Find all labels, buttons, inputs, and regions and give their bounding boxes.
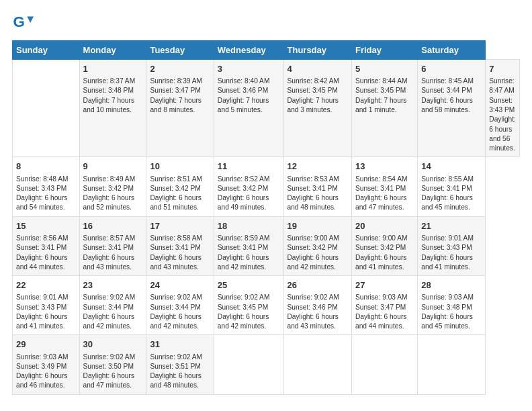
cell-content: Sunrise: 9:03 AMSunset: 3:47 PMDaylight:… <box>355 293 414 331</box>
calendar-week-row: 1Sunrise: 8:37 AMSunset: 3:48 PMDaylight… <box>13 60 520 157</box>
calendar-cell: 1Sunrise: 8:37 AMSunset: 3:48 PMDaylight… <box>79 60 146 157</box>
calendar-cell: 5Sunrise: 8:44 AMSunset: 3:45 PMDaylight… <box>351 60 417 157</box>
calendar-cell: 27Sunrise: 9:03 AMSunset: 3:47 PMDayligh… <box>351 276 417 335</box>
day-number: 13 <box>355 161 414 173</box>
day-number: 16 <box>83 220 143 232</box>
cell-content: Sunrise: 8:57 AMSunset: 3:41 PMDaylight:… <box>83 234 143 272</box>
day-number: 28 <box>421 279 482 291</box>
day-number: 22 <box>16 279 76 291</box>
calendar-cell: 20Sunrise: 9:00 AMSunset: 3:42 PMDayligh… <box>351 216 417 275</box>
cell-content: Sunrise: 8:44 AMSunset: 3:45 PMDaylight:… <box>355 77 414 115</box>
day-number: 10 <box>150 161 210 173</box>
cell-content: Sunrise: 9:02 AMSunset: 3:51 PMDaylight:… <box>150 353 210 391</box>
calendar-cell: 23Sunrise: 9:02 AMSunset: 3:44 PMDayligh… <box>79 276 146 335</box>
day-number: 5 <box>355 63 414 75</box>
calendar-cell: 7Sunrise: 8:47 AMSunset: 3:43 PMDaylight… <box>486 60 520 157</box>
day-number: 15 <box>16 220 76 232</box>
day-number: 3 <box>218 63 280 75</box>
day-number: 9 <box>83 161 143 173</box>
col-header-tuesday: Tuesday <box>146 41 214 60</box>
logo: G <box>12 12 36 34</box>
cell-content: Sunrise: 8:45 AMSunset: 3:44 PMDaylight:… <box>421 77 482 115</box>
cell-content: Sunrise: 8:52 AMSunset: 3:42 PMDaylight:… <box>218 175 280 213</box>
calendar-cell <box>283 335 351 394</box>
calendar-cell: 18Sunrise: 8:59 AMSunset: 3:41 PMDayligh… <box>214 216 283 275</box>
day-number: 29 <box>16 338 76 351</box>
cell-content: Sunrise: 8:56 AMSunset: 3:41 PMDaylight:… <box>16 234 76 272</box>
day-number: 23 <box>83 279 143 291</box>
cell-content: Sunrise: 8:42 AMSunset: 3:45 PMDaylight:… <box>287 77 348 115</box>
cell-content: Sunrise: 9:00 AMSunset: 3:42 PMDaylight:… <box>355 234 414 272</box>
day-number: 2 <box>150 63 210 75</box>
calendar-week-row: 29Sunrise: 9:03 AMSunset: 3:49 PMDayligh… <box>13 335 520 394</box>
cell-content: Sunrise: 9:02 AMSunset: 3:44 PMDaylight:… <box>83 293 143 331</box>
col-header-thursday: Thursday <box>283 41 351 60</box>
calendar-cell: 16Sunrise: 8:57 AMSunset: 3:41 PMDayligh… <box>79 216 146 275</box>
main-container: G SundayMondayTuesdayWednesdayThursdayFr… <box>0 0 532 403</box>
cell-content: Sunrise: 9:00 AMSunset: 3:42 PMDaylight:… <box>287 234 348 272</box>
calendar-header-row: SundayMondayTuesdayWednesdayThursdayFrid… <box>13 41 520 60</box>
cell-content: Sunrise: 8:53 AMSunset: 3:41 PMDaylight:… <box>287 175 348 213</box>
cell-content: Sunrise: 8:55 AMSunset: 3:41 PMDaylight:… <box>421 175 482 213</box>
day-number: 30 <box>83 338 143 351</box>
day-number: 6 <box>421 63 482 75</box>
day-number: 14 <box>421 161 482 173</box>
cell-content: Sunrise: 8:59 AMSunset: 3:41 PMDaylight:… <box>218 234 280 272</box>
cell-content: Sunrise: 8:48 AMSunset: 3:43 PMDaylight:… <box>16 175 76 213</box>
calendar-cell <box>418 335 486 394</box>
calendar-table: SundayMondayTuesdayWednesdayThursdayFrid… <box>12 40 520 395</box>
cell-content: Sunrise: 8:40 AMSunset: 3:46 PMDaylight:… <box>218 77 280 115</box>
calendar-cell: 6Sunrise: 8:45 AMSunset: 3:44 PMDaylight… <box>418 60 486 157</box>
calendar-cell <box>214 335 283 394</box>
calendar-cell: 2Sunrise: 8:39 AMSunset: 3:47 PMDaylight… <box>146 60 214 157</box>
calendar-cell: 29Sunrise: 9:03 AMSunset: 3:49 PMDayligh… <box>13 335 80 394</box>
calendar-cell: 8Sunrise: 8:48 AMSunset: 3:43 PMDaylight… <box>13 157 80 216</box>
calendar-cell: 28Sunrise: 9:03 AMSunset: 3:48 PMDayligh… <box>418 276 486 335</box>
col-header-monday: Monday <box>79 41 146 60</box>
calendar-cell: 15Sunrise: 8:56 AMSunset: 3:41 PMDayligh… <box>13 216 80 275</box>
day-number: 18 <box>218 220 280 232</box>
calendar-cell: 19Sunrise: 9:00 AMSunset: 3:42 PMDayligh… <box>283 216 351 275</box>
cell-content: Sunrise: 9:03 AMSunset: 3:49 PMDaylight:… <box>16 353 76 391</box>
calendar-cell: 25Sunrise: 9:02 AMSunset: 3:45 PMDayligh… <box>214 276 283 335</box>
cell-content: Sunrise: 8:58 AMSunset: 3:41 PMDaylight:… <box>150 234 210 272</box>
calendar-cell: 13Sunrise: 8:54 AMSunset: 3:41 PMDayligh… <box>351 157 417 216</box>
cell-content: Sunrise: 8:54 AMSunset: 3:41 PMDaylight:… <box>355 175 414 213</box>
header: G <box>12 12 520 34</box>
calendar-cell: 24Sunrise: 9:02 AMSunset: 3:44 PMDayligh… <box>146 276 214 335</box>
calendar-cell <box>351 335 417 394</box>
calendar-cell: 14Sunrise: 8:55 AMSunset: 3:41 PMDayligh… <box>418 157 486 216</box>
calendar-week-row: 8Sunrise: 8:48 AMSunset: 3:43 PMDaylight… <box>13 157 520 216</box>
calendar-cell: 31Sunrise: 9:02 AMSunset: 3:51 PMDayligh… <box>146 335 214 394</box>
cell-content: Sunrise: 9:02 AMSunset: 3:50 PMDaylight:… <box>83 353 143 391</box>
logo-icon: G <box>12 12 34 34</box>
col-header-wednesday: Wednesday <box>214 41 283 60</box>
calendar-cell <box>13 60 80 157</box>
day-number: 27 <box>355 279 414 291</box>
cell-content: Sunrise: 9:02 AMSunset: 3:45 PMDaylight:… <box>218 293 280 331</box>
day-number: 17 <box>150 220 210 232</box>
cell-content: Sunrise: 8:49 AMSunset: 3:42 PMDaylight:… <box>83 175 143 213</box>
cell-content: Sunrise: 9:01 AMSunset: 3:43 PMDaylight:… <box>16 293 76 331</box>
cell-content: Sunrise: 8:39 AMSunset: 3:47 PMDaylight:… <box>150 77 210 115</box>
calendar-cell: 3Sunrise: 8:40 AMSunset: 3:46 PMDaylight… <box>214 60 283 157</box>
calendar-cell: 22Sunrise: 9:01 AMSunset: 3:43 PMDayligh… <box>13 276 80 335</box>
cell-content: Sunrise: 9:01 AMSunset: 3:43 PMDaylight:… <box>421 234 482 272</box>
cell-content: Sunrise: 8:47 AMSunset: 3:43 PMDaylight:… <box>489 77 516 153</box>
calendar-cell: 9Sunrise: 8:49 AMSunset: 3:42 PMDaylight… <box>79 157 146 216</box>
calendar-cell: 30Sunrise: 9:02 AMSunset: 3:50 PMDayligh… <box>79 335 146 394</box>
day-number: 7 <box>489 63 516 75</box>
day-number: 21 <box>421 220 482 232</box>
day-number: 4 <box>287 63 348 75</box>
day-number: 25 <box>218 279 280 291</box>
day-number: 1 <box>83 63 143 75</box>
calendar-cell: 11Sunrise: 8:52 AMSunset: 3:42 PMDayligh… <box>214 157 283 216</box>
svg-marker-1 <box>27 16 34 23</box>
cell-content: Sunrise: 9:02 AMSunset: 3:44 PMDaylight:… <box>150 293 210 331</box>
day-number: 20 <box>355 220 414 232</box>
calendar-week-row: 22Sunrise: 9:01 AMSunset: 3:43 PMDayligh… <box>13 276 520 335</box>
day-number: 26 <box>287 279 348 291</box>
col-header-saturday: Saturday <box>418 41 486 60</box>
cell-content: Sunrise: 8:37 AMSunset: 3:48 PMDaylight:… <box>83 77 143 115</box>
col-header-friday: Friday <box>351 41 417 60</box>
